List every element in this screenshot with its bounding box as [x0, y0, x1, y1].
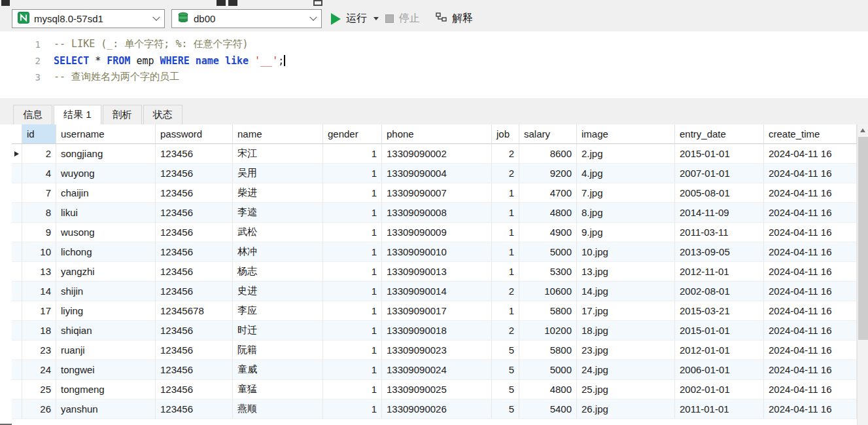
cell-salary[interactable]: 8600	[519, 144, 577, 164]
cell-entry_date[interactable]: 2011-01-01	[675, 399, 764, 419]
cell-salary[interactable]: 4800	[519, 380, 577, 399]
cell-name[interactable]: 李应	[233, 301, 323, 321]
cell-id[interactable]: 17	[22, 301, 56, 321]
cell-job[interactable]: 1	[492, 223, 519, 242]
cell-name[interactable]: 燕顺	[233, 399, 323, 419]
cell-create_time[interactable]: 2024-04-11 16	[764, 360, 857, 380]
cell-create_time[interactable]: 2024-04-11 16	[764, 399, 857, 419]
cell-password[interactable]: 123456	[156, 242, 233, 262]
cell-gender[interactable]: 1	[323, 183, 382, 203]
cell-phone[interactable]: 13309090018	[382, 321, 492, 341]
cell-username[interactable]: shijin	[56, 282, 156, 301]
cell-name[interactable]: 宋江	[233, 144, 323, 164]
cell-id[interactable]: 25	[22, 380, 56, 399]
row-selector[interactable]	[12, 399, 22, 419]
cell-password[interactable]: 123456	[156, 144, 233, 164]
run-button[interactable]: 运行	[331, 9, 379, 28]
cell-id[interactable]: 13	[22, 262, 56, 282]
cell-image[interactable]: 8.jpg	[577, 203, 675, 223]
cell-gender[interactable]: 1	[323, 223, 382, 242]
cell-entry_date[interactable]: 2006-01-01	[675, 360, 764, 380]
cell-name[interactable]: 时迁	[233, 321, 323, 341]
cell-id[interactable]: 4	[22, 164, 56, 183]
row-selector[interactable]	[12, 242, 22, 262]
cell-id[interactable]: 23	[22, 341, 56, 360]
cell-job[interactable]: 2	[492, 164, 519, 183]
row-selector-header[interactable]	[12, 124, 22, 144]
column-header-password[interactable]: password	[156, 124, 233, 144]
cell-phone[interactable]: 13309090008	[382, 203, 492, 223]
tab-info[interactable]: 信息	[13, 105, 52, 124]
cell-gender[interactable]: 1	[323, 380, 382, 399]
cell-id[interactable]: 10	[22, 242, 56, 262]
cell-salary[interactable]: 5400	[519, 399, 577, 419]
cell-salary[interactable]: 10600	[519, 282, 577, 301]
cell-phone[interactable]: 13309090002	[382, 144, 492, 164]
cell-job[interactable]: 5	[492, 380, 519, 399]
cell-password[interactable]: 123456	[156, 183, 233, 203]
cell-image[interactable]: 14.jpg	[577, 282, 675, 301]
cell-password[interactable]: 123456	[156, 262, 233, 282]
cell-job[interactable]: 2	[492, 144, 519, 164]
cell-username[interactable]: lichong	[56, 242, 156, 262]
cell-entry_date[interactable]: 2002-01-01	[675, 380, 764, 399]
cell-salary[interactable]: 5800	[519, 341, 577, 360]
cell-password[interactable]: 123456	[156, 380, 233, 399]
cell-gender[interactable]: 1	[323, 301, 382, 321]
tab-profile[interactable]: 剖析	[103, 105, 142, 124]
cell-entry_date[interactable]: 2011-03-11	[675, 223, 764, 242]
column-header-username[interactable]: username	[56, 124, 156, 144]
cell-entry_date[interactable]: 2015-01-01	[675, 321, 764, 341]
cell-name[interactable]: 柴进	[233, 183, 323, 203]
cell-job[interactable]: 5	[492, 341, 519, 360]
cell-name[interactable]: 林冲	[233, 242, 323, 262]
cell-job[interactable]: 1	[492, 242, 519, 262]
cell-phone[interactable]: 13309090024	[382, 360, 492, 380]
code-text[interactable]: SELECT * FROM emp WHERE name like '__';	[54, 55, 285, 67]
cell-create_time[interactable]: 2024-04-11 16	[764, 144, 857, 164]
cell-salary[interactable]: 5800	[519, 301, 577, 321]
cell-image[interactable]: 10.jpg	[577, 242, 675, 262]
cell-id[interactable]: 14	[22, 282, 56, 301]
cell-name[interactable]: 武松	[233, 223, 323, 242]
cell-image[interactable]: 9.jpg	[577, 223, 675, 242]
cell-name[interactable]: 阮籍	[233, 341, 323, 360]
code-text[interactable]: -- LIKE (_: 单个字符; %: 任意个字符)	[54, 38, 249, 50]
cell-gender[interactable]: 1	[323, 321, 382, 341]
column-header-gender[interactable]: gender	[323, 124, 382, 144]
cell-phone[interactable]: 13309090023	[382, 341, 492, 360]
cell-entry_date[interactable]: 2013-09-05	[675, 242, 764, 262]
cell-create_time[interactable]: 2024-04-11 16	[764, 341, 857, 360]
database-select[interactable]: db00	[171, 9, 322, 28]
cell-phone[interactable]: 13309090007	[382, 183, 492, 203]
cell-create_time[interactable]: 2024-04-11 16	[764, 203, 857, 223]
cell-username[interactable]: liying	[56, 301, 156, 321]
cell-salary[interactable]: 4800	[519, 203, 577, 223]
vertical-scrollbar[interactable]	[857, 124, 868, 425]
cell-entry_date[interactable]: 2007-01-01	[675, 164, 764, 183]
cell-username[interactable]: shiqian	[56, 321, 156, 341]
cell-create_time[interactable]: 2024-04-11 16	[764, 380, 857, 399]
cell-gender[interactable]: 1	[323, 399, 382, 419]
cell-entry_date[interactable]: 2012-11-01	[675, 262, 764, 282]
cell-phone[interactable]: 13309090010	[382, 242, 492, 262]
cell-id[interactable]: 2	[22, 144, 56, 164]
cell-salary[interactable]: 5000	[519, 360, 577, 380]
row-selector[interactable]	[12, 301, 22, 321]
cell-password[interactable]: 123456	[156, 399, 233, 419]
cell-image[interactable]: 18.jpg	[577, 321, 675, 341]
code-text[interactable]: -- 查询姓名为两个字的员工	[54, 71, 179, 83]
cell-password[interactable]: 123456	[156, 360, 233, 380]
cell-entry_date[interactable]: 2015-01-01	[675, 144, 764, 164]
cell-gender[interactable]: 1	[323, 164, 382, 183]
column-header-image[interactable]: image	[577, 124, 675, 144]
row-selector[interactable]	[12, 164, 22, 183]
column-header-salary[interactable]: salary	[519, 124, 577, 144]
cell-image[interactable]: 23.jpg	[577, 341, 675, 360]
row-selector[interactable]	[12, 341, 22, 360]
cell-job[interactable]: 5	[492, 399, 519, 419]
cell-image[interactable]: 26.jpg	[577, 399, 675, 419]
cell-image[interactable]: 24.jpg	[577, 360, 675, 380]
cell-id[interactable]: 9	[22, 223, 56, 242]
cell-gender[interactable]: 1	[323, 341, 382, 360]
